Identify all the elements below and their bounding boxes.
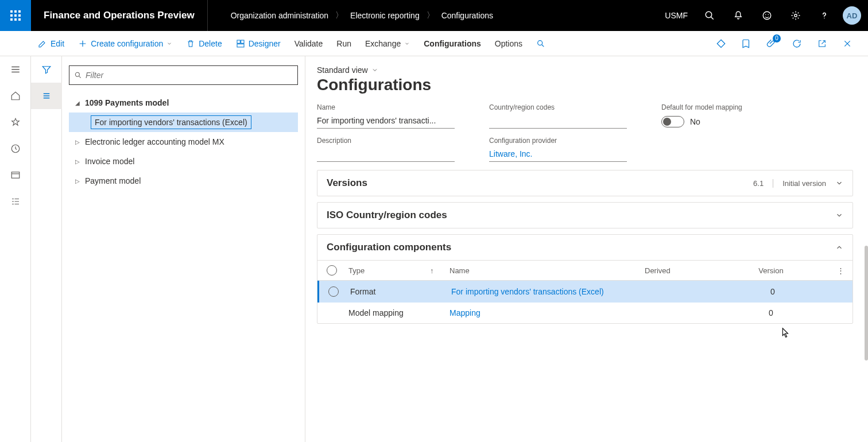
search-icon xyxy=(536,39,545,48)
tree-expand-icon[interactable]: ▷ xyxy=(72,158,83,165)
name-value[interactable]: For importing vendors' transacti... xyxy=(317,114,455,129)
left-rail xyxy=(0,56,31,442)
filter-input[interactable] xyxy=(86,71,293,80)
svg-rect-15 xyxy=(237,40,240,43)
grid-more-button[interactable]: ⋮ xyxy=(837,266,852,275)
default-toggle[interactable]: No xyxy=(661,116,799,127)
components-grid: Type ↑ Name Derived Version ⋮ Format For… xyxy=(317,260,852,323)
versions-header[interactable]: Versions 6.1 Initial version xyxy=(317,170,852,196)
delete-button[interactable]: Delete xyxy=(179,31,228,56)
view-selector[interactable]: Standard view xyxy=(317,65,853,75)
chevron-right-icon: 〉 xyxy=(335,10,343,21)
smiley-icon xyxy=(762,10,772,21)
tree-collapse-icon[interactable]: ◢ xyxy=(72,100,83,106)
waffle-icon xyxy=(10,10,21,21)
tree-node-1099-payments[interactable]: ◢ 1099 Payments model xyxy=(69,93,298,113)
validate-button[interactable]: Validate xyxy=(288,31,330,56)
components-header[interactable]: Configuration components xyxy=(317,235,852,260)
select-all-checkbox[interactable] xyxy=(327,265,337,276)
tree-expand-icon[interactable]: ▷ xyxy=(72,178,83,184)
default-label: Default for model mapping xyxy=(661,103,799,111)
svg-point-13 xyxy=(768,14,769,15)
iso-header[interactable]: ISO Country/region codes xyxy=(317,203,852,228)
search-icon xyxy=(74,71,82,79)
list-tab[interactable] xyxy=(31,83,62,109)
refresh-button[interactable] xyxy=(785,31,808,56)
provider-value[interactable]: Litware, Inc. xyxy=(489,147,627,162)
options-button[interactable]: Options xyxy=(488,31,529,56)
col-version-header[interactable]: Version xyxy=(742,266,800,275)
tree-label: 1099 Payments model xyxy=(83,98,171,107)
row-name[interactable]: For importing vendors' transactions (Exc… xyxy=(451,287,646,296)
iso-title: ISO Country/region codes xyxy=(327,210,447,221)
grid-row-model-mapping[interactable]: Model mapping Mapping 0 xyxy=(317,303,852,323)
svg-line-10 xyxy=(711,17,714,20)
hamburger-button[interactable] xyxy=(0,56,31,83)
favorites-button[interactable] xyxy=(0,109,31,135)
attachments-button[interactable]: 0 xyxy=(760,31,783,56)
col-name-header[interactable]: Name xyxy=(450,266,645,275)
description-value[interactable] xyxy=(317,147,455,162)
tree-label: Payment model xyxy=(83,176,143,185)
tree-expand-icon[interactable]: ▷ xyxy=(72,139,83,145)
svg-rect-5 xyxy=(18,14,21,17)
tree-node-invoice-model[interactable]: ▷ Invoice model xyxy=(69,152,298,171)
related-info-button[interactable] xyxy=(710,31,733,56)
create-configuration-button[interactable]: Create configuration xyxy=(71,31,179,56)
close-button[interactable] xyxy=(836,31,859,56)
svg-point-9 xyxy=(706,11,712,18)
breadcrumb-electronic-reporting[interactable]: Electronic reporting xyxy=(350,11,420,20)
user-avatar[interactable]: AD xyxy=(843,6,861,25)
recent-button[interactable] xyxy=(0,135,31,162)
grid-row-format[interactable]: Format For importing vendors' transactio… xyxy=(317,281,852,303)
delete-label: Delete xyxy=(199,39,222,48)
popout-icon xyxy=(817,39,827,48)
exchange-button[interactable]: Exchange xyxy=(358,31,417,56)
refresh-icon xyxy=(792,38,802,49)
run-button[interactable]: Run xyxy=(330,31,358,56)
configurations-tab[interactable]: Configurations xyxy=(417,31,488,56)
country-value[interactable] xyxy=(489,114,627,129)
top-header: Finance and Operations Preview Organizat… xyxy=(0,0,868,31)
filter-tab[interactable] xyxy=(31,56,62,83)
page-options-button[interactable] xyxy=(735,31,758,56)
tree-node-electronic-ledger[interactable]: ▷ Electronic ledger accounting model MX xyxy=(69,132,298,152)
filter-box[interactable] xyxy=(69,65,298,85)
help-button[interactable] xyxy=(811,0,838,31)
designer-button[interactable]: Designer xyxy=(229,31,288,56)
provider-field: Configuration provider Litware, Inc. xyxy=(489,137,627,162)
create-label: Create configuration xyxy=(91,39,163,48)
popout-button[interactable] xyxy=(811,31,834,56)
feedback-button[interactable] xyxy=(753,0,781,31)
row-name[interactable]: Mapping xyxy=(450,308,645,317)
row-version: 0 xyxy=(742,308,800,317)
configurations-label: Configurations xyxy=(424,39,481,48)
tree-label: Electronic ledger accounting model MX xyxy=(83,137,227,146)
company-picker[interactable]: USMF xyxy=(658,11,695,20)
action-search-button[interactable] xyxy=(529,31,552,56)
search-button[interactable] xyxy=(696,0,723,31)
star-icon xyxy=(10,117,21,127)
notifications-button[interactable] xyxy=(724,0,752,31)
book-icon xyxy=(741,38,751,49)
settings-button[interactable] xyxy=(782,0,809,31)
workspaces-button[interactable] xyxy=(0,162,31,188)
tree-node-for-importing[interactable]: For importing vendors' transactions (Exc… xyxy=(69,113,298,132)
breadcrumb-configurations[interactable]: Configurations xyxy=(441,11,493,20)
home-button[interactable] xyxy=(0,83,31,109)
col-type-header[interactable]: Type xyxy=(346,266,450,275)
edit-button[interactable]: Edit xyxy=(31,31,71,56)
scrollbar[interactable] xyxy=(865,246,868,360)
row-select-checkbox[interactable] xyxy=(328,286,339,297)
col-derived-header[interactable]: Derived xyxy=(645,266,742,275)
modules-button[interactable] xyxy=(0,188,31,215)
breadcrumb-organization-administration[interactable]: Organization administration xyxy=(231,11,328,20)
tree-node-payment-model[interactable]: ▷ Payment model xyxy=(69,171,298,191)
funnel-icon xyxy=(41,64,52,75)
validate-label: Validate xyxy=(294,39,323,48)
app-launcher-button[interactable] xyxy=(0,0,31,31)
close-icon xyxy=(843,39,852,48)
svg-point-14 xyxy=(795,14,797,17)
clock-icon xyxy=(10,144,21,154)
toggle-value: No xyxy=(690,117,700,126)
